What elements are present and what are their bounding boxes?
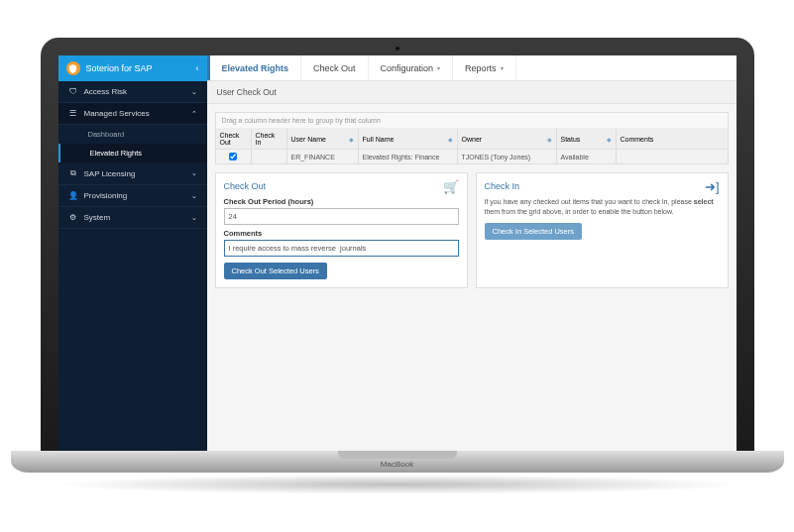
- tab-label: Reports: [465, 63, 497, 73]
- content: Drag a column header here to group by th…: [207, 104, 737, 452]
- tab-reports[interactable]: Reports ▾: [453, 55, 516, 80]
- chevron-up-icon: ⌃: [191, 110, 197, 118]
- tab-label: Check Out: [313, 63, 356, 73]
- sort-icon: ◆: [448, 136, 453, 143]
- row-user-name: ER_FINANCE: [287, 149, 359, 163]
- sidebar-item-label: Access Risk: [84, 87, 128, 96]
- check-in-button[interactable]: Check In Selected Users: [485, 223, 583, 240]
- brand-bar: Soterion for SAP ‹: [58, 55, 207, 81]
- main: Elevated Rights Check Out Configuration …: [207, 55, 737, 452]
- card-title: Check In: [485, 181, 720, 191]
- gear-icon: ⚙: [68, 213, 78, 222]
- layers-icon: ☰: [68, 109, 78, 118]
- tab-check-out[interactable]: Check Out: [301, 55, 369, 80]
- sidebar-item-managed-services[interactable]: ☰ Managed Services ⌃: [58, 103, 207, 125]
- col-full-name[interactable]: Full Name◆: [359, 129, 458, 149]
- row-check-out[interactable]: [229, 153, 237, 160]
- grid-group-hint[interactable]: Drag a column header here to group by th…: [216, 113, 728, 129]
- check-out-card: 🛒 Check Out Check Out Period (hours) Com…: [215, 172, 468, 288]
- cart-icon: 🛒: [443, 179, 459, 194]
- brand-title: Soterion for SAP: [86, 63, 153, 73]
- chevron-down-icon: ⌄: [191, 88, 197, 96]
- col-user-name[interactable]: User Name◆: [287, 129, 359, 149]
- laptop-shadow: [51, 475, 744, 494]
- page-title-tab: Elevated Rights: [207, 55, 302, 80]
- col-owner[interactable]: Owner◆: [458, 129, 557, 149]
- shield-icon: 🛡: [68, 87, 78, 96]
- sidebar-item-system[interactable]: ⚙ System ⌄: [58, 207, 207, 229]
- sidebar-subitem-elevated-rights[interactable]: Elevated Rights: [58, 144, 207, 162]
- col-comments[interactable]: Comments: [617, 129, 728, 149]
- check-out-button[interactable]: Check Out Selected Users: [224, 263, 327, 279]
- sidebar-item-label: System: [84, 213, 111, 222]
- row-owner: TJONES (Tony Jones): [458, 149, 557, 163]
- col-check-in[interactable]: Check In: [252, 129, 287, 149]
- row-status: Available: [557, 149, 617, 163]
- copy-icon: ⧉: [68, 168, 78, 178]
- user-icon: 👤: [68, 191, 78, 200]
- sort-icon: ◆: [547, 136, 552, 143]
- period-input[interactable]: [224, 208, 459, 225]
- sidebar-item-provisioning[interactable]: 👤 Provisioning ⌄: [58, 185, 207, 207]
- caret-down-icon: ▾: [501, 64, 504, 71]
- sidebar-item-sap-licensing[interactable]: ⧉ SAP Licensing ⌄: [58, 162, 207, 185]
- row-check-in: [252, 149, 287, 163]
- grid-header: Check Out Check In User Name◆ Full Name◆…: [216, 129, 728, 149]
- chevron-down-icon: ⌄: [191, 192, 197, 200]
- data-grid: Drag a column header here to group by th…: [215, 112, 729, 164]
- laptop-base: MacBook: [11, 451, 784, 473]
- sidebar-item-access-risk[interactable]: 🛡 Access Risk ⌄: [58, 81, 207, 103]
- sort-icon: ◆: [607, 136, 612, 143]
- sidebar-item-label: Provisioning: [84, 191, 128, 200]
- table-row[interactable]: ER_FINANCE Elevated Rights: Finance TJON…: [216, 149, 728, 163]
- check-in-help: If you have any checked out items that y…: [485, 197, 720, 217]
- panel-title: User Check Out: [207, 81, 737, 104]
- tab-label: Configuration: [381, 63, 434, 73]
- brand-logo-icon: [66, 61, 80, 75]
- col-status[interactable]: Status◆: [557, 129, 617, 149]
- row-full-name: Elevated Rights: Finance: [359, 149, 458, 163]
- sort-icon: ◆: [349, 136, 354, 143]
- tab-configuration[interactable]: Configuration ▾: [369, 55, 454, 80]
- sidebar-collapse-icon[interactable]: ‹: [196, 63, 199, 73]
- sidebar-subitem-dashboard[interactable]: Dashboard: [58, 125, 207, 144]
- check-in-card: ➜] Check In If you have any checked out …: [476, 172, 729, 288]
- chevron-down-icon: ⌄: [191, 169, 197, 177]
- comments-label: Comments: [224, 229, 459, 238]
- row-comments: [617, 149, 728, 163]
- period-label: Check Out Period (hours): [224, 197, 459, 206]
- topbar: Elevated Rights Check Out Configuration …: [207, 55, 737, 81]
- login-icon: ➜]: [705, 179, 720, 194]
- sidebar-item-label: SAP Licensing: [84, 169, 136, 178]
- sidebar: Soterion for SAP ‹ 🛡 Access Risk ⌄ ☰ Man…: [58, 55, 207, 452]
- laptop-label: MacBook: [381, 460, 413, 469]
- caret-down-icon: ▾: [437, 64, 440, 71]
- col-check-out[interactable]: Check Out: [216, 129, 252, 149]
- chevron-down-icon: ⌄: [191, 214, 197, 222]
- card-title: Check Out: [224, 181, 459, 191]
- sidebar-item-label: Managed Services: [84, 109, 150, 118]
- comments-input[interactable]: [224, 240, 459, 257]
